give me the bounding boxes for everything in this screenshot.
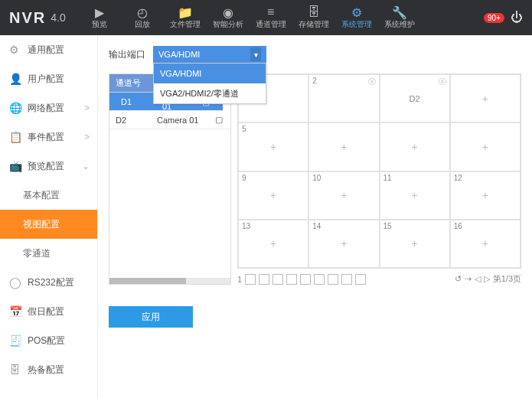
cell-close-icon[interactable]: ⓧ bbox=[368, 77, 376, 87]
sidebar-item-10[interactable]: 🧾POS配置 bbox=[0, 326, 97, 355]
cell-add-icon: + bbox=[341, 189, 347, 201]
sidebar-item-6[interactable]: 视图配置 bbox=[0, 210, 97, 239]
cell-add-icon: + bbox=[412, 189, 418, 201]
cell-add-icon: + bbox=[482, 141, 488, 153]
power-icon[interactable]: ⏻ bbox=[511, 11, 523, 24]
topnav-5[interactable]: 🗄存储管理 bbox=[297, 5, 331, 30]
layout-1-icon[interactable] bbox=[245, 274, 256, 285]
layout-9-icon[interactable] bbox=[300, 274, 311, 285]
sidebar-item-3[interactable]: 📋事件配置> bbox=[0, 122, 97, 152]
channel-hscroll[interactable] bbox=[109, 278, 230, 284]
channel-body: D1Camera 01▢D2Camera 01▢ bbox=[109, 93, 230, 278]
topnav-label: 文件管理 bbox=[170, 19, 201, 30]
sidebar-label: 热备配置 bbox=[28, 364, 64, 377]
grid-cell-14[interactable]: 14+ bbox=[308, 220, 379, 268]
grid-cell-3[interactable]: ⓧD2 bbox=[380, 74, 450, 122]
topnav-label: 预览 bbox=[92, 19, 107, 30]
sidebar-item-0[interactable]: ⚙通用配置 bbox=[0, 35, 97, 64]
topnav-icon: 🗄 bbox=[308, 5, 320, 19]
grid-cell-11[interactable]: 11+ bbox=[380, 171, 450, 220]
grid-cell-8[interactable]: + bbox=[450, 122, 521, 171]
grid-cell-15[interactable]: 15+ bbox=[380, 220, 450, 268]
topnav-icon: ◉ bbox=[223, 5, 233, 19]
cell-number: 14 bbox=[312, 222, 321, 230]
cell-number: 12 bbox=[454, 174, 462, 182]
topnav-1[interactable]: ◴回放 bbox=[126, 5, 159, 30]
cell-number: 15 bbox=[383, 222, 392, 230]
ch-check[interactable]: ▢ bbox=[215, 115, 230, 125]
cell-number: 10 bbox=[312, 174, 321, 182]
ch-id: D2 bbox=[109, 116, 154, 125]
view-grid: 2ⓧⓧD2+5++++9+10+11+12+13+14+15+16+ bbox=[237, 73, 521, 269]
sidebar-item-11[interactable]: 🗄热备配置 bbox=[0, 355, 97, 384]
output-select[interactable]: VGA/HDMI ▾ bbox=[153, 46, 266, 63]
cell-number: 11 bbox=[383, 174, 392, 182]
output-label: 输出端口 bbox=[109, 48, 145, 61]
next-page-icon[interactable]: ▷ bbox=[484, 274, 490, 284]
sidebar: ⚙通用配置👤用户配置🌐网络配置>📋事件配置>📺预览配置⌄基本配置视图配置零通道◯… bbox=[0, 35, 98, 398]
cell-close-icon[interactable]: ⓧ bbox=[439, 77, 446, 87]
dropdown-option[interactable]: VGA/HDMI bbox=[154, 64, 266, 83]
topnav-7[interactable]: 🔧系统维护 bbox=[383, 5, 416, 30]
sidebar-item-5[interactable]: 基本配置 bbox=[0, 181, 97, 210]
grid-cell-6[interactable]: + bbox=[308, 122, 379, 171]
sidebar-icon: ◯ bbox=[9, 276, 21, 289]
sidebar-item-7[interactable]: 零通道 bbox=[0, 239, 97, 268]
index-label: 1 bbox=[237, 275, 242, 284]
topnav-6[interactable]: ⚙系统管理 bbox=[340, 5, 374, 30]
topnav-icon: 📁 bbox=[178, 5, 193, 19]
topnav-label: 通道管理 bbox=[256, 19, 286, 30]
layout-8-icon[interactable] bbox=[286, 274, 297, 285]
logo-version: 4.0 bbox=[51, 11, 65, 24]
sidebar-icon: 👤 bbox=[9, 73, 21, 85]
grid-cell-7[interactable]: + bbox=[380, 122, 450, 171]
sidebar-item-9[interactable]: 📅假日配置 bbox=[0, 297, 97, 326]
sidebar-icon: 🌐 bbox=[9, 102, 21, 114]
grid-cell-5[interactable]: 5+ bbox=[238, 122, 308, 171]
dropdown-option[interactable]: VGA2/HDMI2/零通道 bbox=[154, 83, 266, 103]
layout-16-icon[interactable] bbox=[314, 274, 325, 285]
grid-cell-10[interactable]: 10+ bbox=[308, 171, 379, 220]
link-icon[interactable]: ⇢ bbox=[465, 274, 472, 284]
topnav-icon: 🔧 bbox=[392, 5, 407, 19]
channel-row[interactable]: D2Camera 01▢ bbox=[109, 111, 230, 129]
output-dropdown: VGA/HDMI VGA2/HDMI2/零通道 bbox=[153, 63, 266, 104]
sidebar-label: RS232配置 bbox=[28, 276, 74, 289]
topnav-icon: ▶ bbox=[95, 5, 104, 19]
sidebar-icon: 📅 bbox=[9, 305, 21, 318]
topnav-2[interactable]: 📁文件管理 bbox=[168, 5, 202, 30]
topnav-4[interactable]: ≡通道管理 bbox=[254, 5, 288, 30]
grid-cell-4[interactable]: + bbox=[450, 74, 521, 122]
cell-add-icon: + bbox=[270, 237, 276, 250]
topnav-icon: ⚙ bbox=[351, 5, 362, 19]
alert-badge[interactable]: 90+ bbox=[484, 13, 504, 23]
sidebar-icon: 🧾 bbox=[9, 334, 21, 347]
topnav-3[interactable]: ◉智能分析 bbox=[211, 5, 245, 30]
sidebar-item-2[interactable]: 🌐网络配置> bbox=[0, 93, 97, 122]
layout-25-icon[interactable] bbox=[328, 274, 338, 285]
grid-cell-9[interactable]: 9+ bbox=[238, 171, 308, 220]
sidebar-item-8[interactable]: ◯RS232配置 bbox=[0, 268, 97, 297]
sidebar-icon: 📋 bbox=[9, 131, 21, 143]
topnav-0[interactable]: ▶预览 bbox=[83, 5, 116, 30]
apply-button[interactable]: 应用 bbox=[109, 306, 193, 328]
sidebar-label: 零通道 bbox=[23, 247, 51, 260]
grid-cell-2[interactable]: 2ⓧ bbox=[308, 74, 379, 122]
layout-6-icon[interactable] bbox=[273, 274, 283, 285]
auto-icon[interactable]: ↺ bbox=[455, 274, 462, 284]
grid-cell-13[interactable]: 13+ bbox=[238, 220, 308, 268]
logo: NVR bbox=[9, 9, 46, 27]
top-right: 90+ ⏻ bbox=[484, 11, 523, 24]
grid-cell-12[interactable]: 12+ bbox=[450, 171, 521, 220]
grid-cell-16[interactable]: 16+ bbox=[450, 220, 521, 268]
layout-36-icon[interactable] bbox=[355, 274, 366, 285]
sidebar-icon: 🗄 bbox=[9, 364, 21, 376]
sidebar-label: 基本配置 bbox=[23, 189, 60, 202]
ch-name: Camera 01 bbox=[154, 116, 215, 125]
sidebar-item-1[interactable]: 👤用户配置 bbox=[0, 64, 97, 93]
prev-page-icon[interactable]: ◁ bbox=[475, 274, 481, 284]
layout-4-icon[interactable] bbox=[259, 274, 269, 285]
cell-add-icon: + bbox=[412, 141, 418, 153]
sidebar-item-4[interactable]: 📺预览配置⌄ bbox=[0, 152, 97, 181]
layout-32-icon[interactable] bbox=[341, 274, 352, 285]
